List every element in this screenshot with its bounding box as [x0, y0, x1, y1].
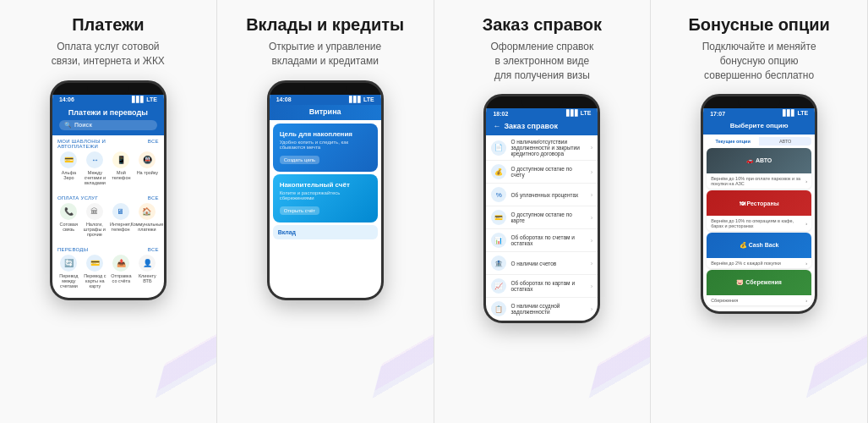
status-bar-2: 14:08 ▋▋▋ LTE — [270, 95, 381, 105]
services-icons: 📞 Сотовая связь 🏛 Налоги, штрафы и прочи… — [57, 203, 159, 237]
phone-3-wrapper: 18:02 ▋▋▋ LTE ← Заказ справок 📄 О наличи… — [478, 94, 605, 413]
phone-1-wrapper: 14:06 ▋▋▋ LTE Платежи и переводы 🔍 Поиск… — [45, 80, 172, 413]
panel-bonus: Бонусные опции Подключайте и меняйтебону… — [651, 0, 868, 423]
section-transfers: ПЕРЕВОДЫ Все 🔄 Перевод между счетами 💳 П… — [52, 244, 164, 295]
bonus-card-savings-desc: Сбережения › — [707, 295, 811, 305]
cert-item-8[interactable]: 📋 О наличии ссудной задолженности › — [486, 298, 598, 321]
cert-item-3[interactable]: % Об уплаченных процентах › — [486, 184, 598, 206]
phone-3-notch — [521, 96, 563, 108]
bonus-card-auto[interactable]: 🚗 АВТО Вернём до 10% при оплате парковок… — [707, 148, 811, 189]
phone-1-screen: 14:06 ▋▋▋ LTE Платежи и переводы 🔍 Поиск… — [52, 95, 164, 298]
phone-1: 14:06 ▋▋▋ LTE Платежи и переводы 🔍 Поиск… — [50, 80, 167, 300]
icon-taxes[interactable]: 🏛 Налоги, штрафы и прочие — [84, 203, 106, 237]
icon-transfer-card[interactable]: 💳 Перевод с карты на карту — [84, 255, 106, 288]
phone-4: 17:07 ▋▋▋ LTE Выберите опцию Текущие опц… — [701, 94, 817, 314]
icon-my-phone[interactable]: 📱 Мой телефон — [110, 151, 133, 185]
icon-from-accounts[interactable]: 📤 Отправка со счёта — [110, 255, 133, 288]
status-bar-3: 18:02 ▋▋▋ LTE — [486, 108, 598, 118]
icon-between-accounts[interactable]: ↔ Между счетами и вкладами — [84, 151, 106, 185]
panel-certificates: Заказ справок Оформление справокв электр… — [434, 0, 652, 423]
vitrina-header: Витрина — [270, 105, 381, 120]
deposits-content: Цель для накопления Удобно копить и след… — [270, 120, 381, 244]
bonus-card-cashback-desc: Вернём до 2% с каждой покупки › — [707, 258, 811, 268]
panel-3-subtitle: Оформление справокв электронном видедля … — [490, 40, 593, 82]
panel-3-title: Заказ справок — [483, 15, 602, 35]
phone-2-wrapper: 14:08 ▋▋▋ LTE Витрина Цель для накоплени… — [262, 80, 389, 413]
bonus-card-restaurant-img: 🍽 Рестораны — [707, 190, 811, 216]
bonus-card-savings[interactable]: 🐷 Сбережения Сбережения › — [707, 270, 811, 305]
panel-1-subtitle: Оплата услуг сотовойсвязи, интернета и Ж… — [52, 40, 165, 69]
cert-item-1[interactable]: 📄 О наличии/отсутствии задолженности и з… — [486, 135, 598, 161]
status-bar-1: 14:06 ▋▋▋ LTE — [52, 95, 164, 105]
icon-utilities[interactable]: 🏠 Коммунальные платежи — [135, 203, 159, 237]
panel-2-subtitle: Открытие и управлениевкладами и кредитам… — [269, 40, 381, 69]
panel-4-subtitle: Подключайте и меняйтебонусную опциюсовер… — [702, 40, 816, 82]
panel-deposits: Вклады и кредиты Открытие и управлениевк… — [217, 0, 434, 423]
icon-transfer-self[interactable]: 🔄 Перевод между счетами — [57, 255, 80, 288]
phone-4-screen: 17:07 ▋▋▋ LTE Выберите опцию Текущие опц… — [703, 108, 815, 311]
bonus-tab-auto[interactable]: АВТО — [759, 137, 811, 146]
phone-2-notch — [304, 83, 347, 95]
panel-2-title: Вклады и кредиты — [246, 15, 404, 35]
icon-alfa-zero[interactable]: 💳 Альфа Зеро — [57, 151, 80, 185]
section-services: ОПЛАТА УСЛУГ Все 📞 Сотовая связь 🏛 Налог… — [52, 192, 164, 244]
phone-2: 14:08 ▋▋▋ LTE Витрина Цель для накоплени… — [267, 80, 384, 300]
bonus-card-auto-desc: Вернём до 10% при оплате парковок и за п… — [707, 173, 811, 189]
bonus-tab-current[interactable]: Текущие опции — [707, 137, 759, 146]
icon-client-vtb[interactable]: 👤 Клиенту ВТБ — [136, 255, 159, 288]
phone-3: 18:02 ▋▋▋ LTE ← Заказ справок 📄 О наличи… — [483, 94, 600, 323]
deposit-card-deposit[interactable]: Вклад — [273, 225, 378, 239]
cert-item-6[interactable]: 🏦 О наличии счетов › — [486, 252, 598, 275]
deposit-card-savings[interactable]: Накопительный счёт Копите и распоряжайте… — [273, 174, 378, 222]
icon-internet[interactable]: 🖥 Интернет, телефон — [109, 203, 132, 237]
search-bar-1[interactable]: 🔍 Поиск — [59, 120, 157, 130]
bonus-card-auto-img: 🚗 АВТО — [707, 148, 811, 173]
panel-1-title: Платежи — [72, 15, 144, 35]
bonus-card-cashback-img: 💰 Cash Back — [707, 233, 811, 258]
cert-list: 📄 О наличии/отсутствии задолженности и з… — [486, 135, 598, 321]
bonus-header: Выберите опцию — [703, 118, 815, 135]
phone-1-notch — [87, 83, 129, 95]
cert-item-4[interactable]: 💳 О доступном остатке по карте › — [486, 206, 598, 229]
bonus-card-savings-img: 🐷 Сбережения — [707, 270, 811, 295]
panel-payments: Платежи Оплата услуг сотовойсвязи, интер… — [0, 0, 217, 423]
cert-item-2[interactable]: 💰 О доступном остатке по счету › — [486, 161, 598, 184]
bonus-tabs: Текущие опции АВТО — [707, 137, 811, 146]
icon-mobile[interactable]: 📞 Сотовая связь — [57, 203, 80, 237]
phone-3-screen: 18:02 ▋▋▋ LTE ← Заказ справок 📄 О наличи… — [486, 108, 598, 321]
app-header-3: ← Заказ справок — [486, 118, 598, 135]
bonus-card-cashback[interactable]: 💰 Cash Back Вернём до 2% с каждой покупк… — [707, 233, 811, 268]
templates-icons: 💳 Альфа Зеро ↔ Между счетами и вкладами … — [57, 151, 159, 185]
status-bar-4: 17:07 ▋▋▋ LTE — [703, 108, 815, 118]
app-header-1: Платежи и переводы 🔍 Поиск — [52, 105, 164, 135]
panel-4-title: Бонусные опции — [688, 15, 829, 35]
section-templates: МОИ ШАБЛОНЫ И АВТОПЛАТЕЖИ Все 💳 Альфа Зе… — [52, 135, 164, 192]
phone-4-wrapper: 17:07 ▋▋▋ LTE Выберите опцию Текущие опц… — [696, 94, 822, 413]
deposit-card-goal[interactable]: Цель для накопления Удобно копить и след… — [273, 124, 378, 172]
phone-2-screen: 14:08 ▋▋▋ LTE Витрина Цель для накоплени… — [270, 95, 381, 298]
icon-to-route[interactable]: 🚇 На тройку — [136, 151, 159, 185]
transfers-icons: 🔄 Перевод между счетами 💳 Перевод с карт… — [57, 255, 159, 288]
cert-item-7[interactable]: 📈 Об оборотах по картам и остатках › — [486, 275, 598, 298]
phone-4-notch — [738, 96, 780, 108]
bonus-card-restaurant[interactable]: 🍽 Рестораны Вернём до 10% по операциям в… — [707, 190, 811, 231]
cert-item-5[interactable]: 📊 Об оборотах по счетам и остатках › — [486, 229, 598, 252]
bonus-card-restaurant-desc: Вернём до 10% по операциям в кафе, барах… — [707, 216, 811, 231]
